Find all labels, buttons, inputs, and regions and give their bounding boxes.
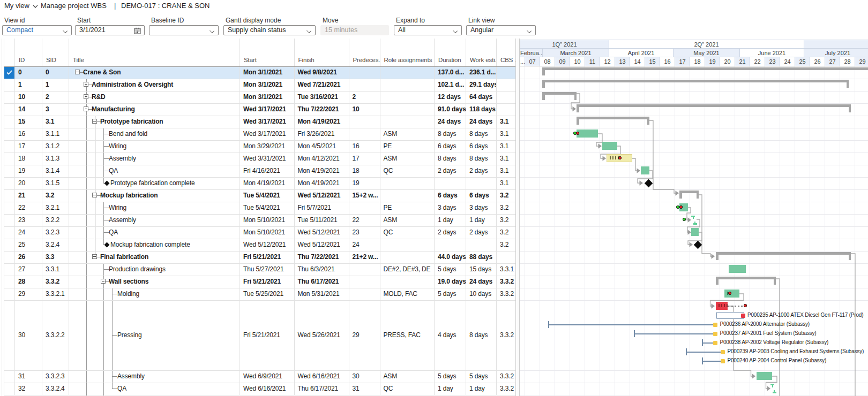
cell-title[interactable]: Production drawings (69, 263, 240, 276)
collapse-icon[interactable] (92, 254, 97, 259)
cell-cbs[interactable] (496, 251, 515, 263)
cell-duration[interactable]: 137.0 d... (434, 66, 466, 79)
cell-title[interactable]: Final fabrication (69, 251, 240, 263)
cell-work[interactable]: 88 days (466, 251, 496, 263)
cell-pred[interactable]: 19 (349, 177, 380, 189)
cell-pred[interactable]: 15+2 w... (349, 189, 380, 202)
task-bar[interactable] (577, 130, 598, 138)
cell-sid[interactable]: 3.2.1 (42, 202, 69, 214)
cell-roles[interactable]: QC (380, 165, 435, 177)
cell-sid[interactable]: 3.1.2 (42, 140, 69, 153)
summary-bar[interactable] (542, 92, 577, 95)
summary-bar[interactable] (716, 277, 776, 279)
cell-pred[interactable] (349, 66, 380, 79)
cell-id[interactable]: 10 (14, 91, 42, 103)
cell-id[interactable]: 32 (14, 383, 42, 395)
cell-title[interactable]: Assembly (69, 370, 240, 383)
cell-title[interactable]: Crane & Son (69, 66, 240, 79)
cell-sid[interactable]: 3.3.1 (42, 263, 69, 276)
split-bar-end[interactable] (773, 392, 776, 393)
summary-bar[interactable] (542, 67, 868, 70)
cell-sid[interactable]: 3.3.2.1 (42, 288, 69, 300)
cell-start[interactable]: Wed 6/16/2021 (240, 383, 294, 395)
cell-work[interactable]: 5 days (466, 370, 496, 383)
cell-roles[interactable] (380, 116, 435, 128)
cell-title[interactable]: Wiring (69, 140, 240, 153)
cell-duration[interactable]: 102.1 d... (434, 79, 466, 91)
cell-cbs[interactable]: 3.2 (496, 239, 515, 251)
cell-roles[interactable] (380, 177, 435, 189)
milestone-diamond[interactable] (644, 179, 653, 187)
cell-sid[interactable]: 3.1 (42, 116, 69, 128)
cell-title[interactable]: Wiring (69, 202, 240, 214)
cell-cbs[interactable] (496, 79, 515, 91)
cell-sid[interactable]: 3.3.2.4 (42, 383, 69, 395)
cell-finish[interactable]: Wed 6/16/2021 (294, 370, 349, 383)
cell-finish[interactable]: Mon 4/19/2021 (294, 165, 349, 177)
cell-work[interactable]: 118 days (466, 103, 496, 116)
cell-start[interactable]: Fri 5/21/2021 (240, 251, 294, 263)
cell-id[interactable]: 26 (14, 251, 42, 263)
cell-finish[interactable]: Wed 5/26/2021 (294, 300, 349, 370)
cell-cbs[interactable] (496, 103, 515, 116)
cell-id[interactable]: 28 (14, 276, 42, 288)
cell-start[interactable]: Thu 5/27/2021 (240, 263, 294, 276)
cell-finish[interactable]: Wed 5/12/2021 (294, 226, 349, 239)
cell-duration[interactable]: 12 days (434, 91, 466, 103)
cell-pred[interactable] (349, 128, 380, 140)
cell-finish[interactable]: Mon 5/31/2021 (294, 288, 349, 300)
cell-cbs[interactable]: 3.2 (496, 214, 515, 226)
cell-work[interactable]: 24 days (466, 276, 496, 288)
cell-duration[interactable]: 24 days (434, 116, 466, 128)
cell-pred[interactable]: 24 (349, 239, 380, 251)
cell-start[interactable]: Wed 6/9/2021 (240, 370, 294, 383)
cell-sid[interactable]: 3.3 (42, 251, 69, 263)
cell-id[interactable]: 14 (14, 103, 42, 116)
dropdown-view-id[interactable]: Compact (2, 25, 72, 35)
cell-title[interactable]: Prototype fabrication complete (69, 177, 240, 189)
cell-work[interactable]: 236.1 d... (466, 66, 496, 79)
cell-start[interactable]: Tue 5/25/2021 (240, 288, 294, 300)
cell-finish[interactable]: Tue 5/11/2021 (294, 214, 349, 226)
cell-duration[interactable]: 8 days (434, 128, 466, 140)
cell-id[interactable]: 30 (14, 300, 42, 370)
my-view-menu[interactable]: My view (4, 2, 29, 10)
column-header-roles[interactable]: Role assignments (380, 57, 435, 63)
cell-finish[interactable]: Thu 6/17/2021 (294, 383, 349, 395)
cell-id[interactable]: 24 (14, 226, 42, 239)
cell-sid[interactable]: 3.3.2.3 (42, 370, 69, 383)
supply-item-marker-yellow[interactable] (721, 350, 725, 354)
cell-roles[interactable] (380, 276, 435, 288)
column-header-pred[interactable]: Predeces... (349, 57, 380, 63)
task-bar[interactable] (729, 265, 746, 273)
cell-title[interactable]: Manufacturing (69, 103, 240, 116)
breadcrumb-page[interactable]: Manage project WBS (41, 2, 107, 10)
cell-start[interactable]: Tue 5/4/2021 (240, 202, 294, 214)
cell-duration[interactable]: 5 days (434, 370, 466, 383)
cell-title[interactable]: Mockup fabrication (69, 189, 240, 202)
cell-sid[interactable]: 3.2.2 (42, 214, 69, 226)
column-header-cbs[interactable]: CBS ... (496, 57, 515, 63)
cell-title[interactable]: Assembly (69, 214, 240, 226)
cell-roles[interactable] (380, 239, 435, 251)
column-header-sid[interactable]: SID (42, 57, 69, 63)
cell-work[interactable]: 2 days (466, 165, 496, 177)
cell-sid[interactable]: 3.2.4 (42, 239, 69, 251)
cell-duration[interactable]: 8 days (434, 153, 466, 165)
cell-start[interactable]: Wed 5/12/2021 (240, 239, 294, 251)
input-start[interactable]: 3/1/2021 (75, 25, 145, 35)
collapse-icon[interactable] (92, 193, 97, 197)
cell-work[interactable]: 64 days (466, 91, 496, 103)
cell-sid[interactable]: 3.1.3 (42, 153, 69, 165)
cell-start[interactable]: Mon 3/29/2021 (240, 140, 294, 153)
cell-duration[interactable]: 91.0 days (434, 103, 466, 116)
cell-duration[interactable]: 44.0 days (434, 251, 466, 263)
cell-duration[interactable]: 19.0 days (434, 276, 466, 288)
cell-roles[interactable] (380, 251, 435, 263)
cell-pred[interactable]: 18 (349, 165, 380, 177)
cell-finish[interactable]: Mon 4/19/2021 (294, 177, 349, 189)
column-header-start[interactable]: Start (240, 57, 294, 63)
collapse-icon[interactable] (84, 106, 88, 111)
cell-title[interactable]: Administration & Oversight (69, 79, 240, 91)
cell-work[interactable]: 8 days (466, 153, 496, 165)
